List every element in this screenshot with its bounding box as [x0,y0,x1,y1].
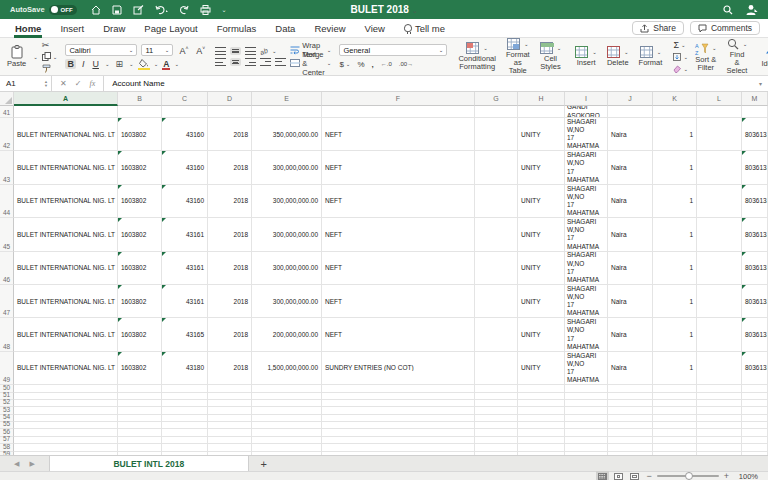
cell-K50[interactable] [653,385,697,392]
increase-indent-icon[interactable] [275,58,286,66]
cell-G58[interactable] [475,444,518,451]
cell-L42[interactable] [697,118,742,151]
zoom-level[interactable]: 100% [736,472,758,480]
cell-K57[interactable] [653,437,697,444]
cell-L50[interactable] [697,385,742,392]
home-icon[interactable] [91,5,101,15]
cell-F58[interactable] [322,444,475,451]
cell-M46[interactable]: 80361338 [742,252,768,285]
share-button[interactable]: Share [632,21,684,35]
paste-button[interactable]: Paste [4,44,29,69]
cell-C48[interactable]: 43165 [162,318,208,351]
cell-H56[interactable] [518,429,565,436]
align-right-icon[interactable] [245,58,256,66]
page-layout-view-icon[interactable] [614,473,623,480]
autosum-button[interactable]: Σ⌄ [673,40,688,50]
currency-format-button[interactable]: $⌄ [339,59,350,69]
column-header-E[interactable]: E [252,92,322,106]
cell-G54[interactable] [475,415,518,422]
cell-J49[interactable]: Naira [608,352,653,385]
cell-B55[interactable] [118,422,162,429]
cell-C55[interactable] [162,422,208,429]
format-as-table-button[interactable]: ⌄ Format as Table [503,37,533,76]
decrease-indent-icon[interactable] [260,58,271,66]
cell-M42[interactable]: 80361338 [742,118,768,151]
cell-F47[interactable]: NEFT [322,285,475,318]
cell-I41[interactable]: GANDI ASOKORO [565,106,608,118]
copy-button[interactable]: ⌄ [42,52,58,62]
conditional-formatting-button[interactable]: ⌄ Conditional Formatting [455,41,499,72]
cell-L56[interactable] [697,429,742,436]
column-header-D[interactable]: D [208,92,252,106]
cell-G49[interactable] [475,352,518,385]
cell-I57[interactable] [565,437,608,444]
cell-L41[interactable] [697,106,742,118]
align-middle-icon[interactable] [230,47,241,55]
cell-I44[interactable]: PLOT 4 SHEHU SHAGARI W,NO 17 MAHATMA GAN… [565,185,608,218]
cell-D51[interactable] [208,393,252,400]
zoom-in-icon[interactable]: + [724,473,729,479]
cell-D54[interactable] [208,415,252,422]
name-box-stepper[interactable]: ▲▼ [44,80,48,88]
cell-E43[interactable]: 300,000,000.00 [252,151,322,184]
cell-G57[interactable] [475,437,518,444]
cell-A48[interactable]: BULET INTERNATIONAL NIG. LT [14,318,118,351]
cell-I47[interactable]: PLOT 4 SHEHU SHAGARI W,NO 17 MAHATMA GAN… [565,285,608,318]
cell-K58[interactable] [653,444,697,451]
cell-I43[interactable]: PLOT 4 SHEHU SHAGARI W,NO 17 MAHATMA GAN… [565,151,608,184]
cell-A46[interactable]: BULET INTERNATIONAL NIG. LT [14,252,118,285]
font-name-select[interactable]: Calibri⌄ [65,44,137,56]
cell-A57[interactable] [14,437,118,444]
cell-D52[interactable] [208,400,252,407]
column-header-M[interactable]: M [742,92,768,106]
cell-J54[interactable] [608,415,653,422]
cell-M45[interactable]: 80361338 [742,218,768,251]
tab-home[interactable]: Home [14,20,42,37]
cell-J51[interactable] [608,393,653,400]
cell-D50[interactable] [208,385,252,392]
row-header-43[interactable]: 43 [0,151,14,184]
cell-K56[interactable] [653,429,697,436]
cell-H41[interactable] [518,106,565,118]
cell-G46[interactable] [475,252,518,285]
tab-formulas[interactable]: Formulas [216,20,258,37]
cell-J55[interactable] [608,422,653,429]
cell-A41[interactable] [14,106,118,118]
cell-J42[interactable]: Naira [608,118,653,151]
document-title[interactable]: BULET 2018 [350,4,408,15]
cell-E46[interactable]: 300,000,000.00 [252,252,322,285]
cell-L58[interactable] [697,444,742,451]
find-select-button[interactable]: ⌄ Find & Select [724,37,751,76]
italic-button[interactable]: I [80,59,87,69]
cell-B44[interactable]: 1603802 [118,185,162,218]
cell-G47[interactable] [475,285,518,318]
cell-L55[interactable] [697,422,742,429]
customize-toolbar-chevron-icon[interactable]: ⌄ [222,6,227,13]
cancel-formula-icon[interactable]: ✕ [60,79,67,88]
cell-M49[interactable]: 80361338 [742,352,768,385]
cell-J56[interactable] [608,429,653,436]
cell-E48[interactable]: 200,000,000.00 [252,318,322,351]
format-cells-button[interactable]: ⌄ Format [636,45,666,68]
cell-J57[interactable] [608,437,653,444]
cell-E41[interactable] [252,106,322,118]
cell-I55[interactable] [565,422,608,429]
cell-A50[interactable] [14,385,118,392]
insert-function-icon[interactable]: fx [89,79,95,88]
fill-button[interactable]: ⌄ [673,52,688,62]
cell-M41[interactable] [742,106,768,118]
cell-F41[interactable] [322,106,475,118]
cell-K44[interactable]: 1 [653,185,697,218]
font-color-button[interactable]: A [162,59,170,69]
cell-H52[interactable] [518,400,565,407]
select-all-corner[interactable] [0,92,14,106]
cell-H50[interactable] [518,385,565,392]
cell-A58[interactable] [14,444,118,451]
cell-D44[interactable]: 2018 [208,185,252,218]
row-header-45[interactable]: 45 [0,218,14,251]
cell-A45[interactable]: BULET INTERNATIONAL NIG. LT [14,218,118,251]
save-icon[interactable] [112,5,122,15]
cell-B50[interactable] [118,385,162,392]
cell-C57[interactable] [162,437,208,444]
cell-E58[interactable] [252,444,322,451]
